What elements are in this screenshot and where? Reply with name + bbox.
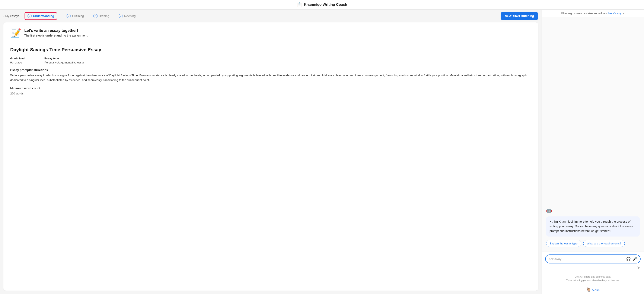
connector-2	[85, 16, 92, 16]
bot-message-text: Hi, I'm Khanmigo! I'm here to help you t…	[550, 220, 633, 232]
notice-link[interactable]: Here's why	[608, 12, 622, 15]
content-card: 📝 Let's write an essay together! The fir…	[4, 23, 538, 290]
send-row: ➤	[545, 263, 640, 270]
chat-input[interactable]	[548, 257, 624, 261]
chat-notice: Khanmigo makes mistakes sometimes. Here'…	[542, 10, 644, 17]
headphones-icon: 🎧	[626, 257, 631, 261]
essay-type-label: Essay type	[44, 57, 531, 60]
bot-avatar: 🤖	[546, 207, 552, 213]
step-circle-understanding: ✓	[28, 14, 32, 18]
chat-input-row: 🎧 🎤	[545, 254, 640, 263]
quick-replies: Explain the essay type What are the requ…	[546, 240, 640, 247]
mic-button[interactable]: 🎤	[632, 257, 637, 261]
main-layout: ‹ My essays ✓ Understanding ✓ Out	[0, 10, 644, 294]
send-button[interactable]: ➤	[637, 265, 640, 270]
chat-spacer	[546, 22, 640, 204]
intro-emoji: 📝	[10, 28, 21, 37]
quick-reply-what-are-requirements[interactable]: What are the requirements?	[583, 240, 625, 247]
chat-tab-icon: 🦉	[586, 287, 591, 292]
meta-grid: Grade level Essay type 9th grade Persuas…	[10, 57, 531, 64]
mic-icon: 🎤	[632, 257, 637, 261]
intro-section: 📝 Let's write an essay together! The fir…	[10, 28, 531, 42]
chat-body: 🤖 Hi, I'm Khanmigo! I'm here to help you…	[542, 17, 644, 251]
right-panel: Khanmigo makes mistakes sometimes. Here'…	[542, 10, 644, 294]
external-link-icon: ↗	[622, 12, 624, 15]
connector-3	[110, 16, 118, 16]
prompt-label: Essay prompt/instructions	[10, 68, 531, 72]
grade-value: 9th grade	[10, 61, 44, 64]
app-title: Khanmigo Writing Coach	[304, 3, 347, 7]
chat-footer: Do NOT share any personal data. This cha…	[542, 273, 644, 285]
header-icon: 📋	[297, 2, 302, 7]
steps-container: ✓ Understanding ✓ Outlining ✓	[24, 12, 500, 20]
step-label-drafting: Drafting	[99, 14, 109, 18]
app-header: 📋 Khanmigo Writing Coach	[0, 0, 644, 10]
check-icon-drafting: ✓	[94, 15, 96, 18]
footer-line1: Do NOT share any personal data.	[545, 275, 640, 279]
connector-1	[58, 16, 66, 16]
back-arrow-icon: ‹	[4, 14, 4, 18]
footer-line2: This chat is logged and viewable by your…	[545, 279, 640, 282]
chat-tab[interactable]: 🦉 Chat	[542, 285, 644, 294]
step-drafting[interactable]: ✓ Drafting	[93, 14, 109, 18]
word-count-label: Minimum word count	[10, 87, 531, 90]
check-icon-revising: ✓	[120, 15, 122, 18]
chat-tab-label: Chat	[592, 288, 600, 291]
step-understanding[interactable]: ✓ Understanding	[24, 12, 57, 20]
word-count-value: 250 words	[10, 91, 531, 96]
step-outlining[interactable]: ✓ Outlining	[66, 14, 84, 18]
step-circle-revising: ✓	[119, 14, 123, 18]
back-label: My essays	[5, 14, 20, 18]
prompt-text: Write a persuasive essay in which you ar…	[10, 73, 531, 82]
quick-reply-explain-essay-type[interactable]: Explain the essay type	[546, 240, 581, 247]
step-label-outlining: Outlining	[72, 14, 84, 18]
step-circle-outlining: ✓	[66, 14, 71, 18]
nav-bar: ‹ My essays ✓ Understanding ✓ Out	[4, 10, 538, 23]
next-button[interactable]: Next: Start Outlining	[500, 12, 538, 20]
intro-text: Let's write an essay together! The first…	[24, 28, 88, 37]
check-icon-outlining: ✓	[68, 15, 70, 18]
intro-description: The first step is understanding the assi…	[24, 34, 88, 37]
step-circle-drafting: ✓	[93, 14, 98, 18]
bot-message-bubble: Hi, I'm Khanmigo! I'm here to help you t…	[546, 216, 640, 236]
bot-header: 🤖	[546, 207, 640, 213]
essay-title: Daylight Savings Time Persuasive Essay	[10, 47, 531, 53]
grade-label: Grade level	[10, 57, 44, 60]
intro-heading: Let's write an essay together!	[24, 28, 88, 33]
check-icon-understanding: ✓	[28, 15, 30, 18]
step-label-revising: Revising	[124, 14, 136, 18]
left-panel: ‹ My essays ✓ Understanding ✓ Out	[0, 10, 542, 294]
step-label-understanding: Understanding	[33, 14, 54, 18]
essay-type-value: Persuasive/argumentative essay	[44, 61, 531, 64]
send-icon: ➤	[637, 265, 640, 270]
headphones-button[interactable]: 🎧	[626, 257, 631, 261]
back-link[interactable]: ‹ My essays	[4, 14, 20, 18]
notice-text: Khanmigo makes mistakes sometimes.	[561, 12, 608, 15]
chat-input-area: 🎧 🎤 ➤	[542, 251, 644, 273]
step-revising[interactable]: ✓ Revising	[119, 14, 136, 18]
